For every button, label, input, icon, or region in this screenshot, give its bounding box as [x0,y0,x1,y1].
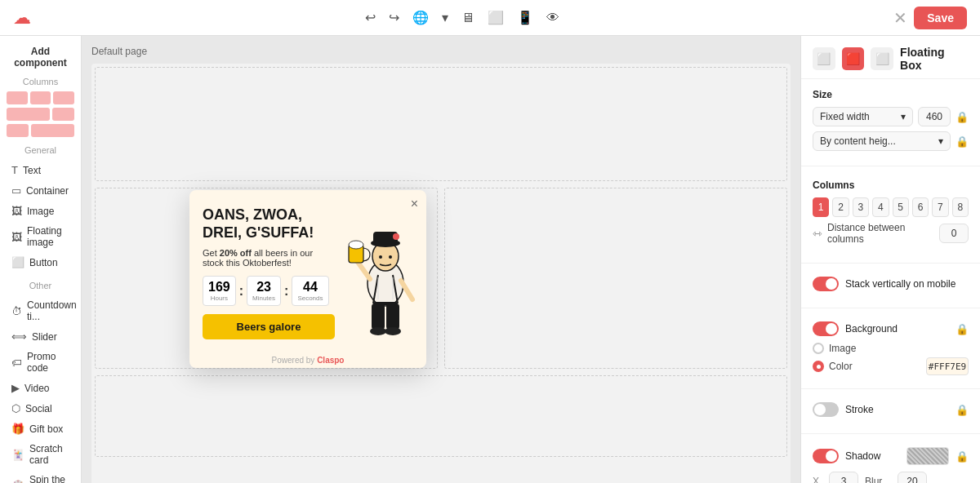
background-toggle[interactable] [813,321,839,336]
lock-icon-bg[interactable]: 🔒 [956,323,969,335]
chevron-down-button[interactable]: ▾ [437,7,453,29]
image-radio[interactable] [813,343,824,354]
col-block[interactable] [7,124,29,137]
spin-icon: 🎡 [11,480,24,484]
redo-button[interactable]: ↪ [384,7,404,29]
sidebar-item-label: Text [23,165,41,176]
preview-button[interactable]: 👁 [541,7,564,29]
sidebar-item-label: Gift box [29,423,63,435]
distance-value[interactable]: 0 [939,224,969,243]
close-button-top[interactable]: ✕ [893,8,907,28]
lock-icon-width[interactable]: 🔒 [956,111,969,123]
sidebar-item-floating-image[interactable]: 🖼 Floating image [7,221,74,252]
gift-icon: 🎁 [11,423,24,435]
popup-cta-button[interactable]: Beers galore [203,314,335,339]
sidebar-item-label: Spin the wheel [29,474,69,483]
lock-icon-stroke[interactable]: 🔒 [956,404,969,416]
rp-icon-inactive-1[interactable]: ⬜ [813,47,835,70]
sidebar-item-video[interactable]: ▶ Video [7,378,74,398]
undo-button[interactable]: ↩ [360,7,381,29]
right-panel-title: Floating Box [900,46,969,72]
stack-toggle-row: Stack vertically on mobile [813,277,969,291]
popup-close-button[interactable]: × [411,197,418,211]
color-swatch[interactable]: #FFF7E9 [926,357,969,375]
image-label: Image [829,343,969,354]
svg-point-19 [385,327,401,335]
mobile-button[interactable]: 📱 [512,7,538,29]
sidebar-item-slider[interactable]: ⟺ Slider [7,326,74,347]
shadow-toggle[interactable] [813,449,839,463]
desktop-button[interactable]: 🖥 [457,7,479,29]
save-button[interactable]: Save [914,7,967,29]
col-block[interactable] [30,91,51,104]
col-block[interactable] [52,108,74,121]
shadow-toggle-row: Shadow 🔒 [813,447,969,465]
sidebar-item-gift-box[interactable]: 🎁 Gift box [7,419,74,439]
chevron-icon-height: ▾ [938,135,943,147]
col-btn-5[interactable]: 5 [893,197,909,217]
col-btn-3[interactable]: 3 [853,197,869,217]
color-radio[interactable] [813,361,824,372]
x-label: X [813,476,822,483]
col-btn-4[interactable]: 4 [872,197,889,217]
rp-icon-active[interactable]: 🟥 [842,47,865,70]
width-value[interactable]: 460 [918,107,951,126]
col-block[interactable] [7,91,28,104]
canvas-area: Default page × OANS, ZWOA, DREI, G'SUFFA… [82,36,800,483]
width-option-label: Fixed width [820,111,870,122]
hours-label: Hours [208,295,230,302]
col-block-wide[interactable] [31,124,74,137]
x-value[interactable]: 3 [829,472,858,483]
height-select[interactable]: By content heig... ▾ [813,131,951,151]
sidebar-item-text[interactable]: T Text [7,160,74,180]
sidebar-item-spin-wheel[interactable]: 🎡 Spin the wheel [7,470,74,483]
left-sidebar: Add component Columns General T Text ▭ C… [0,36,82,483]
blur-value[interactable]: 20 [898,472,927,483]
button-icon: ⬜ [11,256,24,268]
powered-logo: Claspo [317,356,344,365]
col-row-3 [7,124,74,137]
sidebar-item-label: Container [26,185,69,197]
sidebar-item-image[interactable]: 🖼 Image [7,201,74,221]
shadow-section: Shadow 🔒 X 3 Blur 20 Y 3 Size 0 [801,437,980,483]
stroke-section: Stroke 🔒 [801,392,980,430]
col-btn-6[interactable]: 6 [912,197,929,217]
col-btn-8[interactable]: 8 [952,197,969,217]
sidebar-item-social[interactable]: ⬡ Social [7,398,74,419]
sidebar-item-scratch-card[interactable]: 🃏 Scratch card [7,439,74,470]
col-btn-7[interactable]: 7 [932,197,948,217]
col-btn-1[interactable]: 1 [813,197,829,217]
tablet-button[interactable]: ⬜ [483,7,509,29]
col-block[interactable] [53,91,74,104]
background-toggle-row: Background 🔒 [813,321,969,336]
col-btn-2[interactable]: 2 [832,197,849,217]
sidebar-item-button[interactable]: ⬜ Button [7,252,74,273]
lock-icon-height[interactable]: 🔒 [956,135,969,148]
popup-title: OANS, ZWOA, DREI, G'SUFFA! [203,206,335,242]
scratch-icon: 🃏 [11,449,24,461]
canvas-row-top [95,67,787,181]
sidebar-item-label: Floating image [27,225,69,248]
sidebar-item-container[interactable]: ▭ Container [7,180,74,201]
stack-toggle[interactable] [813,277,839,291]
globe-button[interactable]: 🌐 [408,7,434,29]
columns-section-title: Columns [813,179,969,191]
col-block-wide[interactable] [7,108,50,121]
columns-section: Columns 1 2 3 4 5 6 7 8 ⇿ Distance betwe… [801,170,980,259]
stroke-toggle[interactable] [813,402,839,417]
rp-icon-inactive-2[interactable]: ⬜ [871,47,893,70]
width-select[interactable]: Fixed width ▾ [813,107,913,126]
distance-icon: ⇿ [813,227,822,240]
image-row: Image [813,343,969,354]
lock-icon-shadow[interactable]: 🔒 [956,450,969,463]
sidebar-item-countdown[interactable]: ⏱ Countdown ti... [7,295,74,326]
popup-content: OANS, ZWOA, DREI, G'SUFFA! Get 20% off a… [189,190,426,352]
promo-icon: 🏷 [11,357,22,369]
main-layout: Add component Columns General T Text ▭ C… [0,36,980,483]
svg-point-13 [389,255,392,259]
right-panel-header: ⬜ 🟥 ⬜ Floating Box [801,36,980,79]
sidebar-item-promo-code[interactable]: 🏷 Promo code [7,347,74,378]
shadow-preview[interactable] [906,447,949,465]
svg-point-12 [379,255,382,259]
popup-left: OANS, ZWOA, DREI, G'SUFFA! Get 20% off a… [189,190,345,352]
